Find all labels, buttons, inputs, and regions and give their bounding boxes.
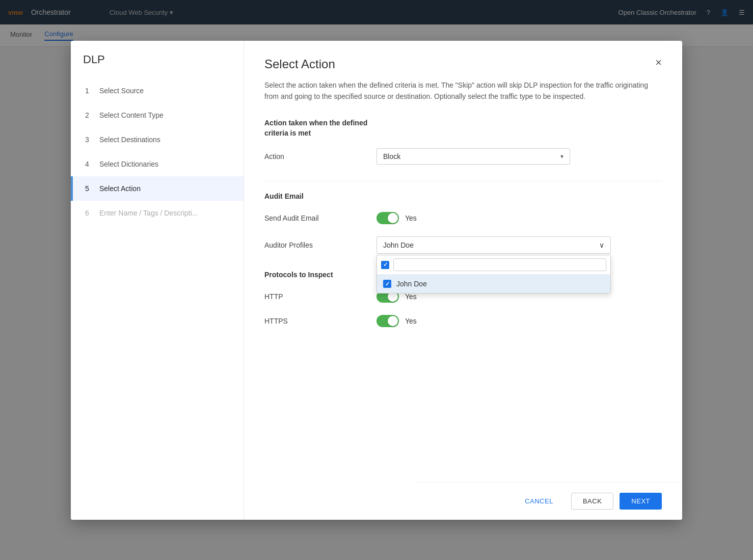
http-value: Yes bbox=[405, 292, 417, 301]
step-label-1: Select Source bbox=[99, 87, 144, 95]
modal-overlay: DLP 1 Select Source 2 Select Content Typ… bbox=[0, 0, 753, 560]
auditor-profiles-wrapper: John Doe ∨ John Doe bbox=[376, 236, 611, 254]
step-label-4: Select Dictionaries bbox=[99, 160, 158, 168]
step-num-1: 1 bbox=[85, 87, 93, 95]
send-audit-email-row: Send Audit Email Yes bbox=[264, 212, 662, 224]
content-header: Select Action × bbox=[264, 57, 662, 71]
action-select-wrapper: Block ▾ bbox=[376, 148, 570, 165]
auditor-profiles-value: John Doe bbox=[383, 241, 414, 249]
dlp-modal: DLP 1 Select Source 2 Select Content Typ… bbox=[71, 41, 682, 520]
chevron-down-icon: ▾ bbox=[560, 153, 563, 160]
modal-footer: CANCEL BACK NEXT bbox=[417, 482, 682, 520]
wizard-step-1[interactable]: 1 Select Source bbox=[71, 78, 244, 103]
step-num-5: 5 bbox=[85, 184, 93, 193]
step-label-5: Select Action bbox=[99, 184, 141, 193]
wizard-step-5[interactable]: 5 Select Action bbox=[71, 176, 244, 201]
step-label-6: Enter Name / Tags / Descripti... bbox=[99, 209, 198, 217]
http-label: HTTP bbox=[264, 292, 366, 301]
send-audit-email-toggle[interactable] bbox=[376, 212, 399, 224]
dropdown-option-john-doe[interactable]: John Doe bbox=[377, 275, 610, 293]
john-doe-checkbox[interactable] bbox=[383, 280, 391, 288]
action-value: Block bbox=[383, 152, 400, 161]
wizard-step-6: 6 Enter Name / Tags / Descripti... bbox=[71, 201, 244, 225]
content-title: Select Action bbox=[264, 57, 335, 71]
john-doe-label: John Doe bbox=[396, 280, 427, 288]
close-button[interactable]: × bbox=[655, 57, 662, 68]
https-row: HTTPS Yes bbox=[264, 315, 662, 327]
action-label: Action bbox=[264, 152, 366, 161]
back-button[interactable]: BACK bbox=[571, 493, 613, 510]
action-section-heading: Action taken when the defined criteria i… bbox=[264, 118, 662, 138]
https-value: Yes bbox=[405, 317, 417, 325]
cancel-button[interactable]: CANCEL bbox=[513, 493, 565, 510]
step-num-3: 3 bbox=[85, 136, 93, 144]
dropdown-search-row bbox=[377, 255, 610, 275]
wizard-step-4[interactable]: 4 Select Dictionaries bbox=[71, 152, 244, 176]
auditor-profiles-select[interactable]: John Doe ∨ bbox=[376, 236, 611, 254]
dropdown-search-input[interactable] bbox=[393, 258, 606, 271]
step-num-4: 4 bbox=[85, 160, 93, 168]
step-num-6: 6 bbox=[85, 209, 93, 217]
step-label-2: Select Content Type bbox=[99, 111, 164, 119]
section-divider-1 bbox=[264, 181, 662, 181]
auditor-dropdown-menu: John Doe bbox=[376, 255, 611, 294]
https-toggle-group: Yes bbox=[376, 315, 417, 327]
step-num-2: 2 bbox=[85, 111, 93, 119]
wizard-title: DLP bbox=[71, 53, 244, 78]
auditor-profiles-label: Auditor Profiles bbox=[264, 241, 366, 249]
wizard-sidebar: DLP 1 Select Source 2 Select Content Typ… bbox=[71, 41, 244, 520]
content-description: Select the action taken when the defined… bbox=[264, 79, 662, 102]
select-all-checkbox[interactable] bbox=[381, 261, 389, 269]
audit-email-heading: Audit Email bbox=[264, 192, 662, 202]
step-label-3: Select Destinations bbox=[99, 136, 160, 144]
https-toggle[interactable] bbox=[376, 315, 399, 327]
send-audit-email-label: Send Audit Email bbox=[264, 214, 366, 222]
send-audit-email-toggle-group: Yes bbox=[376, 212, 417, 224]
wizard-step-3[interactable]: 3 Select Destinations bbox=[71, 127, 244, 152]
wizard-step-2[interactable]: 2 Select Content Type bbox=[71, 103, 244, 127]
wizard-content: Select Action × Select the action taken … bbox=[244, 41, 682, 520]
send-audit-email-value: Yes bbox=[405, 214, 417, 222]
action-row: Action Block ▾ bbox=[264, 148, 662, 165]
chevron-down-icon: ∨ bbox=[599, 241, 604, 249]
next-button[interactable]: NEXT bbox=[620, 493, 662, 510]
action-select[interactable]: Block ▾ bbox=[376, 148, 570, 165]
https-label: HTTPS bbox=[264, 317, 366, 325]
auditor-profiles-row: Auditor Profiles John Doe ∨ bbox=[264, 236, 662, 254]
